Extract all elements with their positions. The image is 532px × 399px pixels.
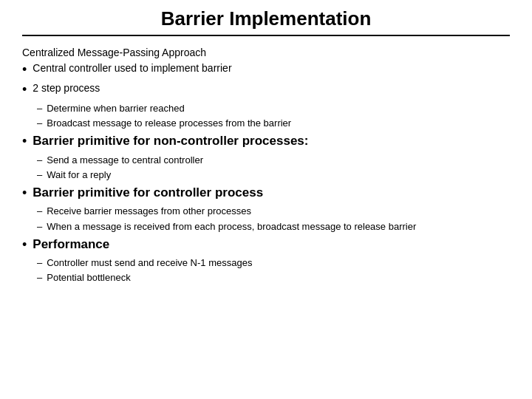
dash-icon: – (37, 205, 42, 218)
slide-content: Centralized Message-Passing Approach • C… (22, 44, 510, 384)
sub-bullet-text: Receive barrier messages from other proc… (47, 205, 251, 218)
slide-title: Barrier Implementation (22, 7, 510, 30)
sub-bullet-text: Potential bottleneck (47, 271, 130, 284)
sub-bullet-list: – Controller must send and receive N-1 m… (37, 256, 510, 284)
bullet-text: 2 step process (33, 81, 100, 95)
bullet-text: Barrier primitive for non-controller pro… (33, 133, 308, 149)
list-item: – Controller must send and receive N-1 m… (37, 256, 510, 270)
intro-text: Centralized Message-Passing Approach (22, 47, 510, 58)
bullet-text: Central controller used to implement bar… (33, 61, 231, 75)
sub-bullet-text: When a message is received from each pro… (47, 220, 416, 233)
bullet-dot: • (22, 81, 27, 98)
bullet-dot: • (22, 133, 27, 150)
sub-bullet-text: Determine when barrier reached (47, 102, 184, 115)
dash-icon: – (37, 271, 42, 284)
bullet-dot: • (22, 61, 27, 78)
title-container: Barrier Implementation (22, 0, 510, 36)
sub-bullet-text: Send a message to central controller (47, 154, 203, 167)
sub-bullet-text: Wait for a reply (47, 168, 111, 182)
dash-icon: – (37, 102, 42, 115)
list-item: – Receive barrier messages from other pr… (37, 205, 510, 218)
dash-icon: – (37, 117, 42, 130)
list-item: – Potential bottleneck (37, 271, 510, 284)
sub-bullet-text: Broadcast message to release processes f… (47, 117, 291, 130)
list-item: • Barrier primitive for controller proce… (22, 185, 510, 202)
dash-icon: – (37, 154, 42, 167)
list-item: – Determine when barrier reached (37, 102, 510, 115)
bullet-text: Performance (33, 236, 109, 253)
bullet-text: Barrier primitive for controller process (33, 185, 263, 201)
sub-bullet-list: – Determine when barrier reached – Broad… (37, 102, 510, 130)
list-item: – When a message is received from each p… (37, 220, 510, 233)
dash-icon: – (37, 256, 42, 270)
sub-bullet-list: – Receive barrier messages from other pr… (37, 205, 510, 233)
list-item: • Central controller used to implement b… (22, 61, 510, 78)
sub-bullet-text: Controller must send and receive N-1 mes… (47, 256, 252, 270)
sub-bullet-list: – Send a message to central controller –… (37, 154, 510, 182)
list-item: – Broadcast message to release processes… (37, 117, 510, 130)
bullet-dot: • (22, 185, 27, 202)
dash-icon: – (37, 220, 42, 233)
slide: Barrier Implementation Centralized Messa… (0, 0, 532, 399)
list-item: • Barrier primitive for non-controller p… (22, 133, 510, 150)
list-item: – Wait for a reply (37, 168, 510, 182)
list-item: – Send a message to central controller (37, 154, 510, 167)
list-item: • 2 step process (22, 81, 510, 98)
list-item: • Performance (22, 236, 510, 253)
bullet-dot: • (22, 236, 27, 253)
dash-icon: – (37, 168, 42, 182)
